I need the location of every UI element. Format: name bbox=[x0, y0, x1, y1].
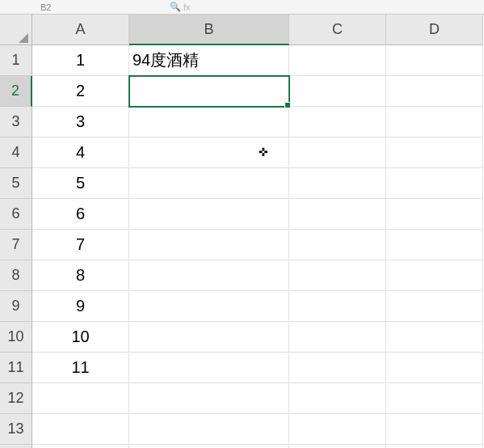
column-header-C[interactable]: C bbox=[289, 15, 386, 45]
name-box[interactable]: B2 bbox=[40, 2, 105, 12]
row-header-12[interactable]: 12 bbox=[0, 383, 32, 414]
row-header-3[interactable]: 3 bbox=[0, 107, 32, 137]
cell-C14[interactable] bbox=[289, 445, 386, 448]
column-header-A[interactable]: A bbox=[32, 15, 129, 45]
cell-C9[interactable] bbox=[289, 291, 386, 322]
cell-C5[interactable] bbox=[289, 168, 386, 199]
row-header-13[interactable]: 13 bbox=[0, 414, 32, 445]
spreadsheet-grid[interactable]: ABCD1194度酒精22334455667788991010111112131… bbox=[0, 15, 484, 448]
cell-D6[interactable] bbox=[386, 199, 483, 230]
column-header-D[interactable]: D bbox=[386, 15, 483, 45]
cell-C12[interactable] bbox=[289, 383, 386, 414]
fx-label: 🔍 fx bbox=[170, 2, 191, 12]
cell-C6[interactable] bbox=[289, 199, 386, 230]
formula-bar: B2 🔍 fx bbox=[0, 0, 484, 15]
cell-D9[interactable] bbox=[386, 291, 483, 322]
select-all-corner[interactable] bbox=[0, 15, 32, 45]
cell-D5[interactable] bbox=[386, 168, 483, 199]
cell-D2[interactable] bbox=[386, 76, 483, 107]
cell-A5[interactable]: 5 bbox=[32, 168, 129, 199]
cell-A6[interactable]: 6 bbox=[32, 199, 129, 230]
cell-A13[interactable] bbox=[32, 414, 129, 445]
cell-D12[interactable] bbox=[386, 383, 483, 414]
cell-A4[interactable]: 4 bbox=[32, 137, 129, 168]
cell-B7[interactable] bbox=[129, 230, 289, 260]
cell-A7[interactable]: 7 bbox=[32, 230, 129, 260]
svg-marker-0 bbox=[19, 33, 28, 43]
row-header-9[interactable]: 9 bbox=[0, 291, 32, 322]
row-header-7[interactable]: 7 bbox=[0, 230, 32, 260]
cell-C3[interactable] bbox=[289, 107, 386, 137]
cell-A2[interactable]: 2 bbox=[32, 76, 129, 107]
cell-D11[interactable] bbox=[386, 353, 483, 383]
cell-A10[interactable]: 10 bbox=[32, 322, 129, 353]
cell-D7[interactable] bbox=[386, 230, 483, 260]
cell-D14[interactable] bbox=[386, 445, 483, 448]
cell-C7[interactable] bbox=[289, 230, 386, 260]
cell-D3[interactable] bbox=[386, 107, 483, 137]
row-header-2[interactable]: 2 bbox=[0, 76, 32, 107]
row-header-11[interactable]: 11 bbox=[0, 353, 32, 383]
cell-A8[interactable]: 8 bbox=[32, 260, 129, 291]
cell-B5[interactable] bbox=[129, 168, 289, 199]
cell-A3[interactable]: 3 bbox=[32, 107, 129, 137]
cell-C10[interactable] bbox=[289, 322, 386, 353]
row-header-10[interactable]: 10 bbox=[0, 322, 32, 353]
cell-B12[interactable] bbox=[129, 383, 289, 414]
cell-B4[interactable] bbox=[129, 137, 289, 168]
cell-D10[interactable] bbox=[386, 322, 483, 353]
cell-C8[interactable] bbox=[289, 260, 386, 291]
cell-B1[interactable]: 94度酒精 bbox=[129, 45, 289, 76]
row-header-4[interactable]: 4 bbox=[0, 137, 32, 168]
cell-C2[interactable] bbox=[289, 76, 386, 107]
cell-D13[interactable] bbox=[386, 414, 483, 445]
cell-B13[interactable] bbox=[129, 414, 289, 445]
cell-C13[interactable] bbox=[289, 414, 386, 445]
cell-B14[interactable] bbox=[129, 445, 289, 448]
cell-D4[interactable] bbox=[386, 137, 483, 168]
cell-B3[interactable] bbox=[129, 107, 289, 137]
row-header-1[interactable]: 1 bbox=[0, 45, 32, 76]
cell-B10[interactable] bbox=[129, 322, 289, 353]
cell-B9[interactable] bbox=[129, 291, 289, 322]
cell-B11[interactable] bbox=[129, 353, 289, 383]
cell-A12[interactable] bbox=[32, 383, 129, 414]
cell-A14[interactable] bbox=[32, 445, 129, 448]
cell-D1[interactable] bbox=[386, 45, 483, 76]
row-header-5[interactable]: 5 bbox=[0, 168, 32, 199]
cell-A9[interactable]: 9 bbox=[32, 291, 129, 322]
cell-D8[interactable] bbox=[386, 260, 483, 291]
row-header-8[interactable]: 8 bbox=[0, 260, 32, 291]
cell-C4[interactable] bbox=[289, 137, 386, 168]
row-header-14[interactable]: 14 bbox=[0, 445, 32, 448]
cell-A11[interactable]: 11 bbox=[32, 353, 129, 383]
cell-A1[interactable]: 1 bbox=[32, 45, 129, 76]
cell-C11[interactable] bbox=[289, 353, 386, 383]
cell-B2[interactable] bbox=[129, 76, 289, 107]
search-icon: 🔍 bbox=[170, 2, 181, 12]
cell-B8[interactable] bbox=[129, 260, 289, 291]
cell-B6[interactable] bbox=[129, 199, 289, 230]
column-header-B[interactable]: B bbox=[129, 15, 289, 45]
row-header-6[interactable]: 6 bbox=[0, 199, 32, 230]
cell-C1[interactable] bbox=[289, 45, 386, 76]
